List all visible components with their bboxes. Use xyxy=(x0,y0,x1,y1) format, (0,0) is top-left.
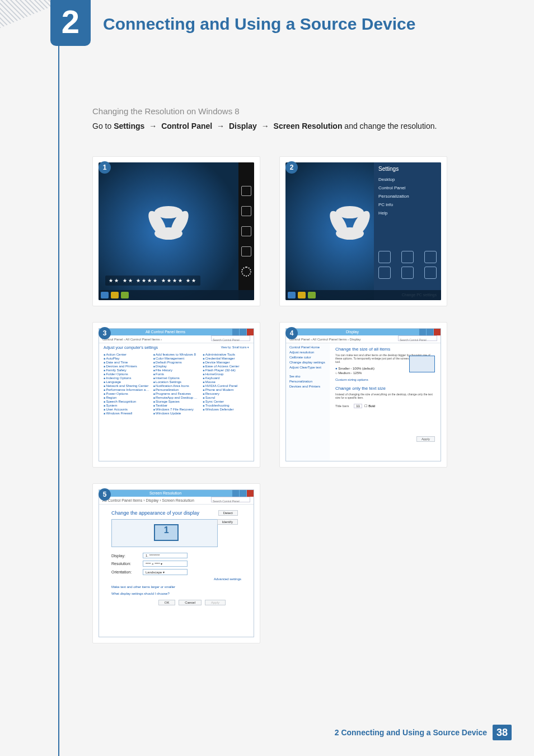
control-panel-item[interactable]: Speech Recognition xyxy=(104,400,150,403)
sidebar-adjust-resolution[interactable]: Adjust resolution xyxy=(289,351,326,354)
control-panel-item[interactable]: Language xyxy=(104,380,150,384)
detect-button[interactable]: Detect xyxy=(218,510,238,516)
volume-icon[interactable] xyxy=(401,251,414,263)
settings-item-personalization[interactable]: Personalization xyxy=(378,192,437,200)
cancel-button[interactable]: Cancel xyxy=(179,600,202,605)
settings-icon[interactable] xyxy=(241,267,251,277)
control-panel-item[interactable]: Internet Options xyxy=(153,376,200,380)
search-input[interactable]: Search Control Panel xyxy=(211,335,250,341)
control-panel-item[interactable]: User Accounts xyxy=(104,408,150,411)
display-dropdown[interactable]: 1. ******** xyxy=(143,553,188,558)
taskbar[interactable] xyxy=(99,290,254,300)
maximize-button[interactable] xyxy=(427,329,433,335)
charms-bar[interactable] xyxy=(238,162,254,300)
control-panel-item[interactable]: Sound xyxy=(203,396,249,399)
notifications-icon[interactable] xyxy=(378,267,391,279)
search-input[interactable]: Search Control Panel xyxy=(398,335,437,341)
control-panel-item[interactable]: Devices and Printers xyxy=(104,365,150,368)
item-dropdown[interactable]: Title bars xyxy=(335,404,349,408)
taskbar[interactable] xyxy=(285,290,441,300)
sidebar-personalization[interactable]: Personalization xyxy=(289,380,326,383)
control-panel-item[interactable]: Windows 7 File Recovery xyxy=(153,408,200,411)
control-panel-item[interactable]: HomeGroup xyxy=(203,372,249,376)
control-panel-item[interactable]: Color Management xyxy=(153,357,200,360)
sidebar-adjust-cleartype[interactable]: Adjust ClearType text xyxy=(289,366,326,369)
control-panel-item[interactable]: Flash Player (32-bit) xyxy=(203,368,249,372)
control-panel-item[interactable]: Folder Options xyxy=(104,372,150,376)
control-panel-item[interactable]: Storage Spaces xyxy=(153,400,200,403)
settings-item-control-panel[interactable]: Control Panel xyxy=(378,184,437,192)
close-button[interactable] xyxy=(247,490,254,497)
control-panel-item[interactable]: Sync Center xyxy=(203,400,249,403)
control-panel-item[interactable]: Fonts xyxy=(153,372,200,376)
control-panel-item[interactable]: Location Settings xyxy=(153,380,200,384)
brightness-icon[interactable] xyxy=(424,251,437,263)
control-panel-item[interactable]: Programs and Features xyxy=(153,392,200,395)
search-icon[interactable] xyxy=(241,186,251,196)
devices-icon[interactable] xyxy=(241,246,251,256)
settings-item-desktop[interactable]: Desktop xyxy=(378,175,437,184)
sidebar-home[interactable]: Control Panel Home xyxy=(289,346,326,349)
control-panel-item[interactable]: Default Programs xyxy=(153,361,200,364)
identify-button[interactable]: Identify xyxy=(217,519,238,525)
ok-button[interactable]: OK xyxy=(158,600,176,605)
minimize-button[interactable] xyxy=(232,490,239,497)
maximize-button[interactable] xyxy=(240,329,246,335)
control-panel-item[interactable]: Display xyxy=(153,365,200,368)
control-panel-item[interactable]: Administrative Tools xyxy=(203,353,249,356)
settings-item-help[interactable]: Help xyxy=(378,209,437,217)
control-panel-item[interactable]: Region xyxy=(104,396,150,399)
control-panel-item[interactable]: Ease of Access Center xyxy=(203,365,249,368)
make-text-larger-link[interactable]: Make text and other items larger or smal… xyxy=(111,585,241,589)
breadcrumb-text[interactable]: Control Panel › All Control Panel Items … xyxy=(102,335,162,343)
sidebar-change-display-settings[interactable]: Change display settings xyxy=(289,361,326,364)
control-panel-item[interactable]: Mouse xyxy=(203,380,249,384)
control-panel-item[interactable]: Taskbar xyxy=(153,404,200,407)
network-icon[interactable] xyxy=(378,251,391,263)
taskbar-app-icon[interactable] xyxy=(308,292,316,298)
breadcrumb-text[interactable]: All Control Panel Items › Display › Scre… xyxy=(102,497,194,504)
start-icon[interactable] xyxy=(241,226,251,236)
apply-button[interactable]: Apply xyxy=(205,600,226,605)
control-panel-item[interactable]: Windows Defender xyxy=(203,408,249,411)
control-panel-item[interactable]: Windows Firewall xyxy=(104,412,150,415)
resolution-dropdown[interactable]: **** × **** ▾ xyxy=(143,561,188,567)
control-panel-item[interactable]: RemoteApp and Desktop Connections xyxy=(153,396,200,399)
control-panel-item[interactable]: Personalization xyxy=(153,388,200,391)
settings-item-pc-info[interactable]: PC info xyxy=(378,200,437,209)
taskbar-explorer-icon[interactable] xyxy=(298,292,306,298)
control-panel-item[interactable]: Keyboard xyxy=(203,376,249,380)
maximize-button[interactable] xyxy=(240,490,246,497)
control-panel-item[interactable]: Troubleshooting xyxy=(203,404,249,407)
which-settings-link[interactable]: What display settings should I choose? xyxy=(111,592,241,595)
control-panel-item[interactable]: Power Options xyxy=(104,392,150,395)
breadcrumb-text[interactable]: Control Panel › All Control Panel Items … xyxy=(289,335,360,343)
search-input[interactable]: Search Control Panel xyxy=(211,497,250,502)
control-panel-item[interactable]: Date and Time xyxy=(104,361,150,364)
control-panel-item[interactable]: Phone and Modem xyxy=(203,388,249,391)
control-panel-item[interactable]: Indexing Options xyxy=(104,376,150,380)
control-panel-item[interactable]: System xyxy=(104,404,150,407)
control-panel-item[interactable]: Add features to Windows 8 xyxy=(153,353,200,356)
control-panel-item[interactable]: AutoPlay xyxy=(104,357,150,360)
close-button[interactable] xyxy=(434,329,441,335)
sidebar-calibrate-color[interactable]: Calibrate color xyxy=(289,356,326,359)
control-panel-item[interactable]: Device Manager xyxy=(203,361,249,364)
power-icon[interactable] xyxy=(401,267,414,279)
control-panel-item[interactable]: Notification Area Icons xyxy=(153,384,200,388)
apply-button[interactable]: Apply xyxy=(416,436,435,442)
control-panel-item[interactable]: Performance Information and Tools xyxy=(104,388,150,391)
control-panel-item[interactable]: NVIDIA Control Panel xyxy=(203,384,249,388)
view-by-selector[interactable]: View by: Small icons ▾ xyxy=(221,346,249,349)
advanced-settings-link[interactable]: Advanced settings xyxy=(111,577,241,581)
control-panel-item[interactable]: Recovery xyxy=(203,392,249,395)
taskbar-ie-icon[interactable] xyxy=(288,292,296,298)
taskbar-ie-icon[interactable] xyxy=(101,292,109,298)
sidebar-devices-printers[interactable]: Devices and Printers xyxy=(289,385,326,388)
size-dropdown[interactable]: 11 xyxy=(354,404,362,408)
monitor-1-icon[interactable]: 1 xyxy=(154,524,179,541)
keyboard-icon[interactable] xyxy=(424,267,437,279)
minimize-button[interactable] xyxy=(419,329,426,335)
close-button[interactable] xyxy=(247,329,254,335)
bold-checkbox[interactable]: ☐ Bold xyxy=(364,404,375,408)
